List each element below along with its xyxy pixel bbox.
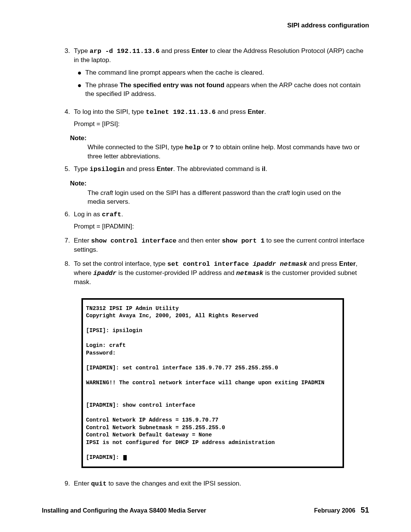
step-6: 6. Log in as craft. Prompt = [IPADMIN]: bbox=[57, 210, 368, 231]
prompt-line: Prompt = [IPSI]: bbox=[74, 120, 368, 129]
step-text: To set the control interface, type set c… bbox=[74, 260, 368, 287]
command-text: telnet 192.11.13.6 bbox=[146, 109, 216, 116]
prompt-line: Prompt = [IPADMIN]: bbox=[74, 222, 368, 231]
bullet-item: ● The phrase The specified entry was not… bbox=[74, 81, 368, 99]
note-block: Note: While connected to the SIPI, type … bbox=[57, 134, 368, 161]
footer-right: February 200651 bbox=[314, 505, 369, 515]
cursor-icon bbox=[123, 455, 127, 460]
note-label: Note: bbox=[70, 179, 368, 188]
body-text: 3. Type arp -d 192.11.13.6 and press Ent… bbox=[42, 47, 369, 489]
step-marker: 7. bbox=[57, 236, 74, 245]
note-body: While connected to the SIPI, type help o… bbox=[70, 143, 368, 161]
terminal-output: TN2312 IPSI IP Admin Utility Copyright A… bbox=[81, 298, 368, 468]
command-text: ipsilogin bbox=[90, 166, 125, 173]
step-text: To log into the SIPI, type telnet 192.11… bbox=[74, 108, 368, 129]
bullet-icon: ● bbox=[74, 69, 85, 76]
note-block: Note: The craft login used on the SIPI h… bbox=[57, 179, 368, 206]
step-text: Enter show control interface and then en… bbox=[74, 236, 368, 254]
step-7: 7. Enter show control interface and then… bbox=[57, 236, 368, 254]
page-number: 51 bbox=[361, 506, 369, 514]
step-text: Log in as craft. Prompt = [IPADMIN]: bbox=[74, 210, 368, 231]
step-text: Enter quit to save the changes and exit … bbox=[74, 479, 368, 489]
footer-title: Installing and Configuring the Avaya S84… bbox=[42, 506, 206, 515]
step-marker: 6. bbox=[57, 210, 74, 219]
step-marker: 4. bbox=[57, 108, 74, 117]
step-marker: 9. bbox=[57, 479, 74, 488]
step-3: 3. Type arp -d 192.11.13.6 and press Ent… bbox=[57, 47, 368, 102]
terminal-box: TN2312 IPSI IP Admin Utility Copyright A… bbox=[81, 298, 344, 468]
command-text: set control interface bbox=[167, 260, 253, 268]
command-text: quit bbox=[91, 480, 107, 487]
step-marker: 8. bbox=[57, 260, 74, 268]
command-text: show port 1 bbox=[222, 237, 264, 244]
command-text: show control interface bbox=[91, 237, 176, 244]
bullet-icon: ● bbox=[74, 81, 85, 89]
running-head: SIPI address configuration bbox=[42, 21, 369, 30]
step-8: 8. To set the control interface, type se… bbox=[57, 260, 368, 287]
command-text: craft bbox=[102, 211, 121, 218]
step-text: Type arp -d 192.11.13.6 and press Enter … bbox=[74, 47, 368, 102]
note-label: Note: bbox=[70, 134, 368, 143]
step-5: 5. Type ipsilogin and press Enter. The a… bbox=[57, 165, 368, 174]
page-footer: Installing and Configuring the Avaya S84… bbox=[42, 505, 369, 515]
bullet-item: ● The command line prompt appears when t… bbox=[74, 69, 368, 77]
step-marker: 3. bbox=[57, 47, 74, 56]
step-marker: 5. bbox=[57, 165, 74, 174]
note-body: The craft login used on the SIPI has a d… bbox=[70, 189, 368, 206]
step-text: Type ipsilogin and press Enter. The abbr… bbox=[74, 165, 368, 174]
page: SIPI address configuration 3. Type arp -… bbox=[0, 0, 411, 532]
step-9: 9. Enter quit to save the changes and ex… bbox=[57, 479, 368, 489]
command-text: arp -d 192.11.13.6 bbox=[90, 48, 160, 55]
step-4: 4. To log into the SIPI, type telnet 192… bbox=[57, 108, 368, 129]
